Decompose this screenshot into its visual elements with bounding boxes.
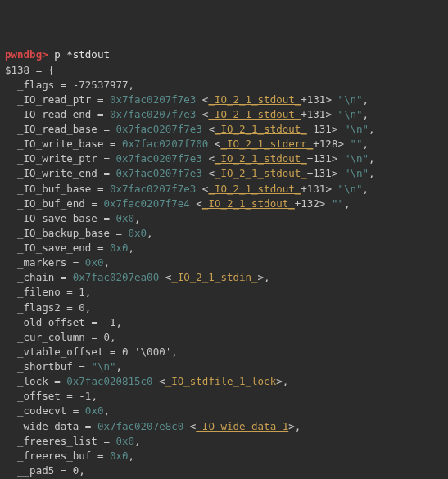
- field-markers: _markers: [17, 256, 66, 269]
- field-io-read-base: _IO_read_base: [17, 123, 97, 135]
- field-io-buf-end: _IO_buf_end: [17, 197, 85, 210]
- field-io-backup-base: _IO_backup_base: [17, 227, 110, 239]
- field-lock: _lock: [17, 375, 48, 387]
- field-io-buf-base: _IO_buf_base: [17, 183, 91, 195]
- prompt: pwndbg>: [5, 48, 48, 61]
- field-cur-column: _cur_column: [17, 331, 85, 343]
- field-chain: _chain: [17, 271, 54, 283]
- field-io-save-base: _IO_save_base: [17, 212, 97, 224]
- command-text: p *stdout: [54, 48, 110, 61]
- field-vtable-offset: _vtable_offset: [17, 346, 103, 358]
- field-shortbuf: _shortbuf: [17, 360, 73, 373]
- field-io-read-end: _IO_read_end: [17, 108, 91, 120]
- result-header: $138 = {: [5, 64, 54, 76]
- field-io-write-base: _IO_write_base: [17, 138, 103, 150]
- field-io-write-ptr: _IO_write_ptr: [17, 152, 97, 165]
- field-flags: _flags: [17, 79, 54, 91]
- field-old-offset: _old_offset: [17, 316, 85, 328]
- field-freeres-buf: _freeres_buf: [17, 450, 91, 462]
- terminal-output: pwndbg> p *stdout $138 = { _flags = -725…: [5, 47, 443, 479]
- field-wide-data: _wide_data: [17, 420, 79, 432]
- field-pad5: __pad5: [17, 464, 54, 477]
- field-fileno: _fileno: [17, 286, 61, 298]
- field-offset: _offset: [17, 390, 61, 402]
- field-io-write-end: _IO_write_end: [17, 167, 97, 179]
- field-io-save-end: _IO_save_end: [17, 242, 91, 254]
- field-io-read-ptr: _IO_read_ptr: [17, 93, 91, 106]
- field-flags2: _flags2: [17, 301, 61, 314]
- field-codecvt: _codecvt: [17, 404, 66, 417]
- field-freeres-list: _freeres_list: [17, 435, 97, 447]
